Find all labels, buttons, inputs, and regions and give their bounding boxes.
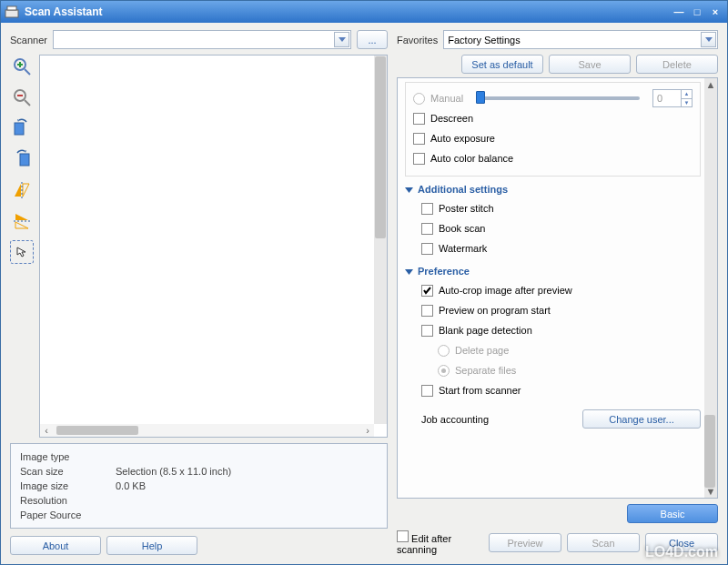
preview-vertical-scrollbar[interactable]: [374, 55, 387, 424]
scanner-combo[interactable]: [53, 30, 351, 49]
manual-value-input[interactable]: 0▲▼: [652, 89, 693, 107]
mirror-horizontal-icon[interactable]: [10, 178, 34, 202]
selection-tool-icon[interactable]: [10, 240, 34, 264]
edit-after-scanning-checkbox[interactable]: [397, 530, 409, 542]
zoom-out-icon[interactable]: [10, 86, 34, 109]
scan-button[interactable]: Scan: [567, 533, 640, 552]
paper-source-label: Paper Source: [20, 510, 116, 520]
job-accounting-label: Job accounting: [421, 414, 489, 425]
set-default-button[interactable]: Set as default: [461, 55, 543, 74]
start-from-scanner-checkbox[interactable]: [421, 385, 433, 397]
svg-rect-0: [5, 10, 18, 17]
auto-crop-label: Auto-crop image after preview: [439, 285, 572, 296]
mirror-vertical-icon[interactable]: [10, 209, 34, 233]
additional-settings-header[interactable]: Additional settings: [405, 184, 701, 195]
poster-stitch-checkbox[interactable]: [421, 203, 433, 215]
basic-mode-button[interactable]: Basic: [627, 504, 718, 523]
preview-on-start-label: Preview on program start: [439, 305, 551, 316]
titlebar: Scan Assistant — □ ×: [1, 1, 727, 23]
svg-line-3: [25, 69, 30, 75]
close-button[interactable]: Close: [645, 533, 718, 552]
preview-horizontal-scrollbar[interactable]: ‹ ›: [40, 424, 374, 437]
settings-panel: Manual 0▲▼ Descreen Auto exposure Auto c…: [397, 77, 718, 499]
settings-scroll-up[interactable]: ▲: [705, 79, 716, 90]
favorites-value: Factory Settings: [448, 35, 520, 45]
scan-size-label: Scan size: [20, 466, 116, 477]
descreen-checkbox[interactable]: [413, 113, 425, 125]
svg-rect-1: [7, 6, 16, 10]
minimize-button[interactable]: —: [671, 5, 687, 19]
rotate-left-icon[interactable]: [10, 116, 34, 140]
separate-files-radio: [438, 365, 450, 377]
settings-scroll-thumb[interactable]: [704, 415, 715, 488]
image-type-label: Image type: [20, 451, 116, 462]
help-button[interactable]: Help: [106, 536, 197, 555]
delete-page-label: Delete page: [455, 345, 509, 356]
blank-page-checkbox[interactable]: [421, 325, 433, 337]
descreen-label: Descreen: [430, 113, 473, 124]
save-favorite-button[interactable]: Save: [549, 55, 631, 74]
scanner-dropdown-button[interactable]: [334, 32, 349, 47]
poster-stitch-label: Poster stitch: [439, 203, 494, 214]
preview-horizontal-thumb[interactable]: [56, 426, 138, 435]
book-scan-label: Book scan: [439, 223, 485, 234]
preview-on-start-checkbox[interactable]: [421, 305, 433, 317]
watermark-label: Watermark: [439, 243, 487, 254]
preview-canvas[interactable]: ‹ ›: [39, 55, 388, 438]
resolution-label: Resolution: [20, 495, 116, 506]
preference-header[interactable]: Preference: [405, 266, 701, 277]
about-button[interactable]: About: [10, 536, 101, 555]
svg-line-7: [25, 100, 30, 106]
start-from-scanner-label: Start from scanner: [439, 385, 521, 396]
app-icon: [5, 5, 19, 19]
auto-exposure-checkbox[interactable]: [413, 133, 425, 145]
image-size-value: 0.0 KB: [116, 480, 146, 491]
preview-vertical-thumb[interactable]: [375, 56, 386, 238]
adjustment-fieldset: Manual 0▲▼ Descreen Auto exposure Auto c…: [405, 82, 701, 177]
favorites-label: Favorites: [397, 35, 438, 45]
spin-down-icon[interactable]: ▼: [682, 99, 692, 107]
svg-rect-10: [20, 154, 29, 166]
scan-size-value: Selection (8.5 x 11.0 inch): [116, 466, 231, 477]
manual-label: Manual: [430, 93, 463, 104]
settings-vertical-scrollbar[interactable]: ▲ ▼: [704, 78, 717, 498]
auto-exposure-label: Auto exposure: [430, 133, 495, 144]
image-size-label: Image size: [20, 480, 116, 491]
close-window-button[interactable]: ×: [707, 5, 723, 19]
separate-files-label: Separate files: [455, 365, 516, 376]
rotate-right-icon[interactable]: [10, 147, 34, 171]
change-user-button[interactable]: Change user...: [582, 409, 701, 429]
scroll-right-arrow[interactable]: ›: [363, 425, 372, 436]
auto-crop-checkbox[interactable]: [421, 285, 433, 297]
favorites-combo[interactable]: Factory Settings: [443, 30, 718, 49]
scan-info-panel: Image type Scan sizeSelection (8.5 x 11.…: [10, 443, 388, 529]
preview-button[interactable]: Preview: [489, 533, 561, 552]
manual-radio: [413, 93, 425, 105]
svg-rect-9: [15, 123, 24, 135]
watermark-checkbox[interactable]: [421, 243, 433, 255]
favorites-dropdown-button[interactable]: [701, 32, 716, 47]
manual-slider[interactable]: [476, 96, 640, 100]
blank-page-label: Blank page detection: [439, 325, 532, 336]
delete-page-radio: [438, 345, 450, 357]
delete-favorite-button[interactable]: Delete: [636, 55, 718, 74]
maximize-button[interactable]: □: [689, 5, 705, 19]
auto-color-balance-checkbox[interactable]: [413, 153, 425, 165]
settings-scroll-down[interactable]: ▼: [705, 486, 716, 497]
scanner-browse-button[interactable]: ...: [357, 30, 388, 49]
auto-color-balance-label: Auto color balance: [430, 153, 513, 164]
zoom-in-icon[interactable]: [10, 55, 34, 78]
book-scan-checkbox[interactable]: [421, 223, 433, 235]
scroll-left-arrow[interactable]: ‹: [42, 425, 51, 436]
scanner-label: Scanner: [10, 35, 47, 45]
spin-up-icon[interactable]: ▲: [682, 90, 692, 99]
window-title: Scan Assistant: [25, 5, 669, 18]
manual-slider-knob[interactable]: [476, 91, 485, 104]
